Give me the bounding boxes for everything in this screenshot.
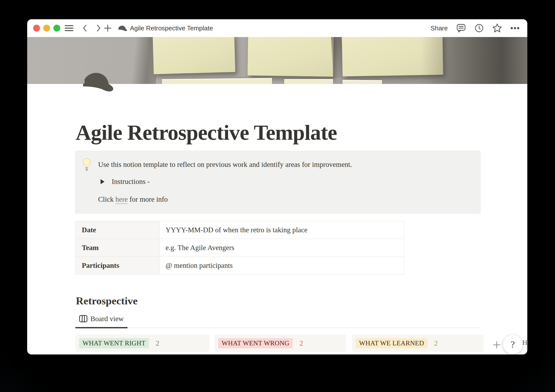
- property-value-participants[interactable]: @ mention participants: [160, 257, 404, 274]
- share-button[interactable]: Share: [431, 24, 448, 32]
- tab-label: Board view: [90, 315, 124, 323]
- section-heading: Retrospective: [76, 295, 138, 307]
- group-badge[interactable]: WHAT WE LEARNED: [356, 338, 427, 348]
- property-value-team[interactable]: e.g. The Agile Avengers: [160, 239, 404, 256]
- group-badge[interactable]: WHAT WENT WRONG: [218, 338, 293, 348]
- cover-right-shadow: [421, 37, 527, 84]
- minimize-window-button[interactable]: [43, 25, 50, 32]
- table-row: Participants @ mention participants: [75, 257, 404, 274]
- board-group-what-we-learned: WHAT WE LEARNED 2: [352, 334, 484, 352]
- property-label-participants: Participants: [75, 257, 160, 274]
- property-value-date[interactable]: YYYY-MM-DD of when the retro is taking p…: [160, 221, 404, 239]
- chevron-left-icon: [83, 24, 87, 32]
- overflow-group-label: H: [522, 339, 527, 347]
- toggle-label: Instructions -: [112, 177, 150, 186]
- titlebar: Agile Retrospective Template Share: [27, 19, 527, 37]
- forward-button[interactable]: [94, 19, 103, 37]
- callout-text: Use this notion template to reflect on p…: [98, 159, 352, 169]
- tab-board-view[interactable]: Board view: [79, 314, 124, 324]
- help-button[interactable]: ?: [503, 334, 523, 354]
- page-icon-button[interactable]: [80, 70, 115, 93]
- breadcrumb-page-icon[interactable]: [117, 19, 128, 37]
- new-tab-button[interactable]: [103, 19, 112, 37]
- lightbulb-icon: [82, 158, 92, 171]
- instructions-toggle[interactable]: Instructions -: [101, 177, 150, 186]
- add-group-button[interactable]: [493, 341, 501, 350]
- board-group-what-went-wrong: WHAT WENT WRONG 2: [214, 334, 346, 352]
- favorite-star-icon[interactable]: [492, 23, 502, 33]
- group-badge[interactable]: WHAT WENT RIGHT: [79, 338, 149, 348]
- link-prefix-text: Click: [98, 195, 115, 203]
- cover-sticky-note: [342, 80, 382, 84]
- chevron-right-icon: [96, 24, 101, 32]
- toggle-triangle-icon: [101, 179, 105, 184]
- history-clock-icon[interactable]: [474, 23, 484, 33]
- cover-wall-shadow: [331, 37, 344, 78]
- tab-divider: [75, 328, 480, 328]
- table-row: Date YYYY-MM-DD of when the retro is tak…: [75, 221, 404, 239]
- zoom-window-button[interactable]: [53, 25, 60, 32]
- link-suffix-text: for more info: [128, 195, 168, 203]
- group-count: 2: [156, 339, 159, 347]
- cover-sticky-note: [284, 79, 333, 84]
- property-label-team: Team: [75, 239, 160, 256]
- cover-sticky-note: [248, 37, 334, 77]
- more-options-icon[interactable]: [511, 27, 519, 30]
- group-count: 2: [299, 339, 303, 347]
- plus-icon: [104, 24, 111, 32]
- page-title[interactable]: Agile Retrospective Template: [76, 120, 337, 145]
- back-button[interactable]: [81, 19, 89, 37]
- sidebar-menu-icon[interactable]: [64, 19, 74, 37]
- table-row: Team e.g. The Agile Avengers: [75, 239, 404, 257]
- callout-block: Use this notion template to reflect on p…: [75, 151, 481, 214]
- cover-sticky-note: [162, 78, 272, 84]
- cover-sticky-note: [153, 37, 235, 74]
- active-tab-underline: [75, 327, 128, 328]
- callout-link-line: Click here for more info: [98, 195, 168, 203]
- desktop-background: Agile Retrospective Template Share: [0, 0, 555, 392]
- cap-icon: [117, 25, 128, 31]
- notion-app-window: Agile Retrospective Template Share: [27, 19, 527, 354]
- comments-icon[interactable]: [456, 23, 466, 33]
- close-window-button[interactable]: [33, 25, 40, 32]
- group-count: 2: [434, 339, 438, 347]
- property-label-date: Date: [75, 221, 160, 239]
- plus-icon: [493, 341, 501, 349]
- breadcrumb-page-title[interactable]: Agile Retrospective Template: [130, 19, 213, 37]
- board-view-icon: [79, 315, 87, 322]
- here-link[interactable]: here: [115, 195, 128, 203]
- properties-table: Date YYYY-MM-DD of when the retro is tak…: [75, 221, 404, 274]
- cap-icon: [80, 70, 115, 93]
- board-group-what-went-right: WHAT WENT RIGHT 2: [75, 334, 210, 352]
